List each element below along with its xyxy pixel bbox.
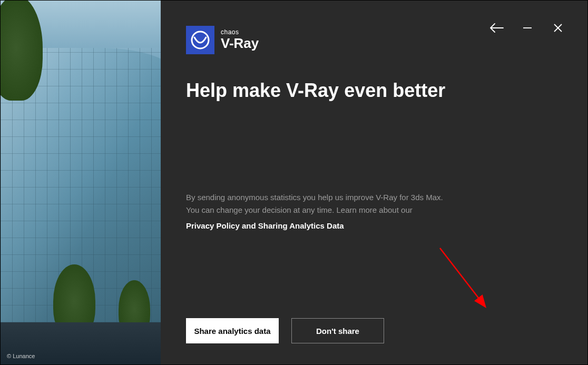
arrow-left-icon	[490, 23, 504, 33]
annotation-arrow-icon	[432, 243, 506, 322]
body-line-2: You can change your decision at any time…	[186, 204, 562, 216]
window-controls	[489, 21, 565, 35]
content-panel: chaos V-Ray Help make V-Ray even better …	[161, 1, 587, 364]
minimize-icon	[522, 23, 533, 33]
logo-product: V-Ray	[221, 36, 259, 51]
image-credit: © Lunance	[7, 353, 35, 359]
svg-line-5	[440, 248, 485, 306]
vray-logo-icon	[190, 30, 210, 50]
minimize-button[interactable]	[520, 21, 535, 35]
privacy-policy-link[interactable]: Privacy Policy and Sharing Analytics Dat…	[186, 220, 344, 232]
button-row: Share analytics data Don't share	[186, 318, 562, 343]
sidebar-hero-image: © Lunance	[1, 1, 161, 364]
body-line-1: By sending anonymous statistics you help…	[186, 191, 562, 204]
installer-window: © Lunance	[0, 0, 588, 365]
logo-text: chaos V-Ray	[221, 29, 259, 51]
body-text: By sending anonymous statistics you help…	[186, 191, 562, 232]
back-button[interactable]	[489, 21, 504, 35]
close-icon	[553, 23, 563, 33]
page-heading: Help make V-Ray even better	[186, 80, 562, 102]
dont-share-button[interactable]: Don't share	[291, 318, 384, 343]
share-analytics-button[interactable]: Share analytics data	[186, 318, 279, 343]
close-button[interactable]	[551, 21, 565, 35]
svg-point-3	[192, 32, 209, 48]
logo-mark	[186, 26, 214, 54]
